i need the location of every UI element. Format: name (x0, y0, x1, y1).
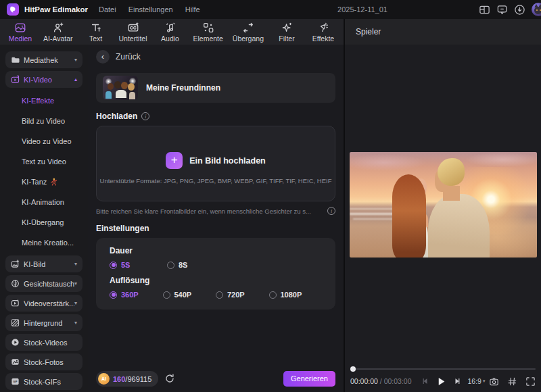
tab-label: Übergang (233, 34, 264, 43)
back-label: Zurück (116, 52, 141, 62)
sidebar-item-ki-tanz[interactable]: KI-Tanz (0, 172, 88, 192)
tab-medien[interactable]: Medien (7, 22, 34, 43)
app-logo-icon (7, 3, 19, 16)
upload-dropzone[interactable]: + Ein Bild hochladen Unterstützte Format… (96, 126, 335, 201)
radio-icon (110, 291, 117, 299)
layout-panels-icon[interactable] (479, 4, 490, 16)
settings-card: Dauer 5S 8S Auflösung (96, 238, 335, 310)
chevron-down-icon: ▾ (74, 320, 77, 326)
tab-elemente[interactable]: Elemente (193, 22, 223, 43)
subtitles-cc-icon (127, 22, 139, 34)
ki-video-sublist: KI-Effekte Bild zu Video Video zu Video … (0, 91, 88, 253)
sidebar-item-gesichtstausch[interactable]: Gesichtstausch ▾ (5, 275, 83, 292)
duration-option-8s[interactable]: 8S (167, 261, 225, 269)
previous-frame-icon[interactable] (421, 377, 429, 385)
credits-pill: AI 160/969115 (96, 371, 158, 387)
app-title: HitPaw Edimakor (24, 5, 88, 14)
chevron-up-icon: ▴ (74, 76, 77, 82)
avatar-person-icon (52, 22, 64, 34)
left-workspace: Medien AI-Avatar Text Untertitel Audio (0, 19, 345, 392)
seek-bar[interactable] (350, 365, 536, 373)
sidebar-item-hintergrund[interactable]: Hintergrund ▾ (5, 314, 83, 331)
next-frame-icon[interactable] (453, 377, 461, 385)
resolution-label: Auflösung (110, 276, 322, 285)
sidebar-item-stock-gifs[interactable]: GIF Stock-GIFs (5, 373, 83, 390)
seek-knob[interactable] (350, 366, 356, 372)
sidebar-item-ki-uebergang[interactable]: KI-Übergang (0, 212, 88, 232)
feedback-bubble-icon[interactable] (496, 4, 508, 16)
back-button[interactable]: ‹ (96, 50, 110, 64)
sidebar: Mediathek ▾ KI-Video ▴ KI-Effekte Bild z… (0, 45, 88, 392)
menu-datei[interactable]: Datei (99, 5, 116, 14)
sidebar-item-mediathek[interactable]: Mediathek ▾ (5, 51, 83, 68)
preview-image (350, 152, 537, 258)
tab-filter[interactable]: Filter (273, 22, 300, 43)
filter-sparkle-icon (281, 22, 293, 34)
radio-icon (216, 291, 223, 299)
plus-icon: + (166, 152, 183, 169)
chevron-down-icon: ▾ (483, 378, 486, 384)
tab-audio[interactable]: Audio (157, 22, 184, 43)
refresh-icon[interactable] (164, 373, 175, 384)
sidebar-item-bild-zu-video[interactable]: Bild zu Video (0, 111, 88, 131)
resolution-option-360p[interactable]: 360P (110, 291, 163, 299)
snapshot-camera-icon[interactable] (489, 376, 499, 387)
dancer-icon (50, 178, 57, 186)
time-display: 00:00:00 / 00:03:00 (350, 377, 412, 385)
tab-effekte[interactable]: Effekte (310, 22, 337, 43)
tab-uebergang[interactable]: Übergang (233, 22, 264, 43)
chevron-down-icon: ▾ (74, 57, 77, 63)
settings-section-label: Einstellungen (96, 224, 149, 233)
sidebar-item-ki-video[interactable]: KI-Video ▴ (5, 71, 83, 88)
sidebar-item-stock-fotos[interactable]: Stock-Fotos (5, 353, 83, 370)
chevron-down-icon: ▾ (74, 261, 77, 267)
generate-button[interactable]: Generieren (283, 371, 335, 387)
sidebar-item-ki-bild[interactable]: KI-Bild ▾ (5, 255, 83, 272)
sidebar-item-text-zu-video[interactable]: Text zu Video (0, 151, 88, 172)
tab-untertitel[interactable]: Untertitel (119, 22, 147, 43)
stock-photos-icon (11, 358, 20, 366)
tab-text[interactable]: Text (83, 22, 110, 43)
chevron-down-icon: ▾ (74, 280, 77, 287)
sidebar-item-ki-animation[interactable]: KI-Animation (0, 192, 88, 212)
play-icon[interactable] (436, 376, 446, 387)
aspect-ratio-select[interactable]: 16:9 ▾ (468, 377, 486, 385)
background-pattern-icon (11, 318, 20, 327)
template-card[interactable]: Meine Freundinnen (96, 73, 335, 103)
tab-label: AI-Avatar (43, 34, 73, 43)
titlebar: HitPaw Edimakor Datei Einstellungen Hilf… (0, 0, 541, 19)
supported-formats: Unterstützte Formate: JPG, PNG, JPEG, BM… (100, 177, 332, 185)
resolution-option-1080p[interactable]: 1080P (269, 291, 323, 299)
tab-ai-avatar[interactable]: AI-Avatar (43, 22, 73, 43)
resolution-options: 360P 540P 720P (110, 291, 322, 299)
sidebar-item-videoverstaerkung[interactable]: Videoverstärk... ▾ (5, 295, 83, 312)
duration-option-5s[interactable]: 5S (110, 261, 167, 269)
generate-footer: AI 160/969115 Generieren (96, 370, 335, 387)
menu-hilfe[interactable]: Hilfe (185, 5, 200, 14)
sidebar-item-stock-videos[interactable]: Stock-Videos (5, 334, 83, 351)
resolution-option-720p[interactable]: 720P (216, 291, 269, 299)
credits-total: 969115 (127, 375, 151, 383)
info-icon[interactable]: i (141, 112, 149, 120)
fullscreen-icon[interactable] (525, 376, 536, 387)
player-header: Spieler (345, 19, 541, 45)
download-icon[interactable] (514, 4, 525, 16)
video-enhance-icon (11, 299, 20, 308)
upload-button-label: Ein Bild hochladen (189, 156, 266, 166)
sidebar-item-ki-effekte[interactable]: KI-Effekte (0, 91, 88, 111)
folder-icon (11, 55, 20, 64)
grid-icon[interactable] (507, 376, 517, 387)
menu-einstellungen[interactable]: Einstellungen (128, 5, 173, 14)
info-icon[interactable]: i (327, 207, 335, 215)
duration-options: 5S 8S (110, 261, 322, 269)
main-tabbar: Medien AI-Avatar Text Untertitel Audio (0, 19, 344, 45)
chevron-down-icon: ▾ (74, 300, 77, 306)
main-panel: ‹ Zurück Meine Freundinnen Hochladen i (88, 45, 344, 392)
resolution-option-540p[interactable]: 540P (163, 291, 216, 299)
seek-track[interactable] (350, 368, 536, 370)
radio-icon (167, 262, 174, 269)
sidebar-item-meine-kreationen[interactable]: Meine Kreatio... (0, 232, 88, 253)
sidebar-item-video-zu-video[interactable]: Video zu Video (0, 131, 88, 151)
user-avatar[interactable] (532, 3, 541, 16)
music-note-icon (164, 22, 177, 34)
